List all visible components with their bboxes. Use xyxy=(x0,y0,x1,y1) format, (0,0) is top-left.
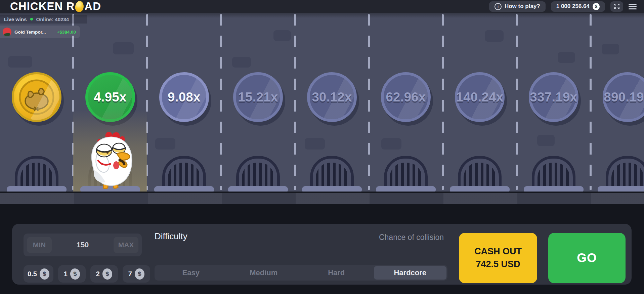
app-logo: CHICKEN RAD xyxy=(10,0,101,13)
balance-amount: 1 000 256.64 xyxy=(556,3,590,10)
info-icon: i xyxy=(495,3,502,10)
multiplier-circle-3: 15.21x xyxy=(233,72,283,122)
road-texture-patch xyxy=(485,30,504,42)
lane-separator xyxy=(368,14,370,190)
go-button[interactable]: GO xyxy=(548,233,626,283)
sidewalk xyxy=(0,192,644,204)
bet-amount-value[interactable]: 150 xyxy=(77,241,89,249)
game-field: 4.95x 9.08x15.21x30.12x62.96x140.24x337.… xyxy=(0,13,644,192)
how-to-play-label: How to play? xyxy=(505,3,540,10)
live-wins-label: Live wins xyxy=(4,16,27,22)
fullscreen-button[interactable] xyxy=(610,1,623,12)
lane-7: 337.19x xyxy=(517,13,591,192)
multiplier-circle-5: 62.96x xyxy=(381,72,431,122)
manhole-platform xyxy=(302,186,362,192)
dollar-coin-icon: $ xyxy=(70,268,80,280)
manhole-platform xyxy=(450,186,510,192)
quick-bet-chips: 0.5$ 1$ 2$ 7$ xyxy=(24,265,150,283)
road-texture-patch xyxy=(8,56,32,68)
lane-2: 9.08x xyxy=(147,13,221,192)
manhole-platform xyxy=(228,186,288,192)
tab-easy[interactable]: Easy xyxy=(155,265,227,281)
online-dot-icon xyxy=(30,18,33,20)
cash-out-button[interactable]: CASH OUT 742.5 USD xyxy=(459,233,537,283)
live-win-item: Gold Tempor... +$384.00 xyxy=(0,26,80,38)
chip-2-button[interactable]: 2$ xyxy=(90,265,118,283)
multiplier-circle-6: 140.24x xyxy=(455,72,505,122)
chance-of-collision-label: Chance of collision xyxy=(344,233,444,242)
tab-hardcore[interactable]: Hardcore xyxy=(374,266,447,280)
dollar-coin-icon: $ xyxy=(134,268,145,280)
online-count: Online: 40234 xyxy=(36,16,69,22)
winner-name: Gold Tempor... xyxy=(14,30,46,35)
egg-icon xyxy=(75,0,84,12)
multiplier-label: 30.12x xyxy=(312,90,352,104)
tab-hard[interactable]: Hard xyxy=(300,265,373,281)
winner-avatar xyxy=(3,28,11,36)
roast-chicken-coin-art xyxy=(17,78,56,117)
min-bet-button[interactable]: MIN xyxy=(27,237,52,253)
logo-text-left: CHICKEN R xyxy=(10,0,75,13)
go-label: GO xyxy=(577,251,597,265)
dollar-coin-icon: $ xyxy=(39,268,50,280)
lane-8: 890.19x xyxy=(591,13,644,192)
road-texture-patch xyxy=(232,57,251,68)
road-texture-patch xyxy=(305,138,325,150)
control-panel: MIN 150 MAX 0.5$ 1$ 2$ 7$ Difficulty Eas… xyxy=(12,224,632,285)
tab-medium[interactable]: Medium xyxy=(227,265,300,281)
lane-0 xyxy=(0,13,73,192)
multiplier-label: 15.21x xyxy=(238,90,278,104)
top-bar: CHICKEN RAD i How to play? 1 000 256.64 … xyxy=(0,0,644,13)
dollar-coin-icon: $ xyxy=(102,268,113,280)
lane-1: 4.95x xyxy=(73,13,147,192)
win-amount: +$384.00 xyxy=(57,30,76,35)
chip-1-button[interactable]: 1$ xyxy=(58,265,86,283)
road-texture-patch xyxy=(602,44,619,54)
road-texture-patch xyxy=(113,42,134,54)
multiplier-circle-8: 890.19x xyxy=(603,72,644,122)
manhole-platform xyxy=(524,186,584,192)
how-to-play-button[interactable]: i How to play? xyxy=(489,1,546,12)
multiplier-label: 337.19x xyxy=(530,90,577,104)
logo-text-right: AD xyxy=(84,0,101,13)
road-texture-patch xyxy=(558,52,575,63)
road-texture-patch xyxy=(381,138,401,150)
multiplier-circle-4: 30.12x xyxy=(307,72,357,122)
cash-out-label: CASH OUT xyxy=(474,245,522,258)
multiplier-label: 9.08x xyxy=(168,90,201,104)
difficulty-tabs: Easy Medium Hard Hardcore xyxy=(155,265,447,281)
multiplier-label: 890.19x xyxy=(604,90,644,104)
cash-out-amount: 742.5 USD xyxy=(476,258,520,271)
multiplier-label: 4.95x xyxy=(94,90,127,104)
gold-coin-token xyxy=(12,72,61,122)
multiplier-label: 140.24x xyxy=(456,90,504,104)
manhole-platform xyxy=(598,186,644,192)
manhole-platform xyxy=(376,186,436,192)
road-texture-patch xyxy=(155,138,175,150)
lane-5: 62.96x xyxy=(369,13,443,192)
lane-separator xyxy=(220,14,222,190)
chicken-character xyxy=(82,130,138,190)
lane-separator xyxy=(590,14,592,190)
chip-0.5-button[interactable]: 0.5$ xyxy=(24,265,53,283)
max-bet-button[interactable]: MAX xyxy=(114,237,138,253)
menu-button[interactable] xyxy=(629,4,637,9)
multiplier-label: 62.96x xyxy=(386,90,426,104)
chicken-road-app: 4.95x 9.08x15.21x30.12x62.96x140.24x337.… xyxy=(0,0,644,294)
fullscreen-icon xyxy=(614,3,620,9)
live-wins-widget: Live wins Online: 40234 Gold Tempor... +… xyxy=(0,15,87,38)
multiplier-circle-2: 9.08x xyxy=(159,72,209,122)
lane-separator xyxy=(442,14,444,190)
lane-4: 30.12x xyxy=(295,13,369,192)
manhole-platform xyxy=(7,186,67,192)
multiplier-circle-7: 337.19x xyxy=(529,72,578,122)
currency-icon: $ xyxy=(593,3,600,10)
road-texture-patch xyxy=(273,30,291,41)
live-wins-header: Live wins Online: 40234 xyxy=(0,15,87,24)
lane-6: 140.24x xyxy=(443,13,517,192)
bet-amount-box: MIN 150 MAX xyxy=(24,234,142,256)
difficulty-label: Difficulty xyxy=(155,231,187,242)
balance-display[interactable]: 1 000 256.64 $ xyxy=(551,1,605,12)
manhole-platform xyxy=(154,186,214,192)
chip-7-button[interactable]: 7$ xyxy=(123,265,150,283)
